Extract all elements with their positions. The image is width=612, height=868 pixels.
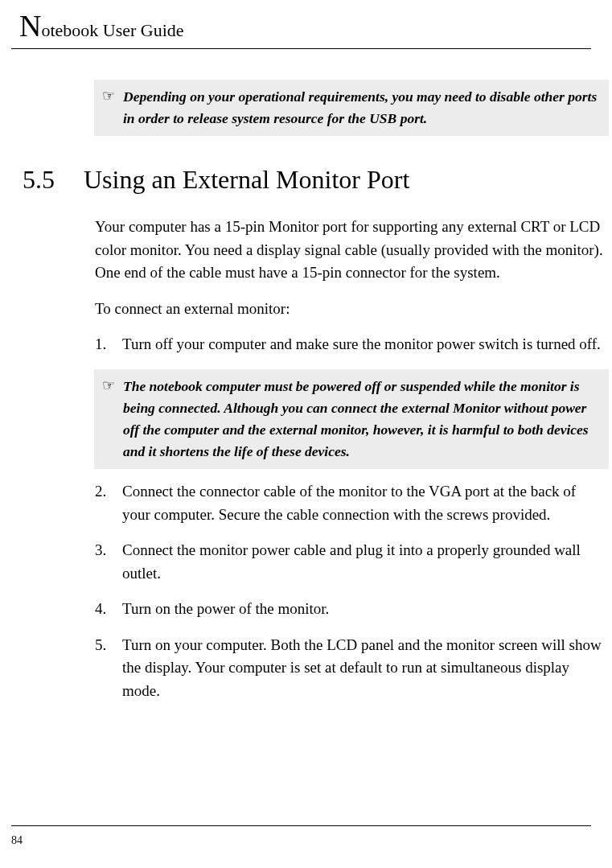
step-4: 4. Turn on the power of the monitor. <box>95 598 606 621</box>
section-title: Using an External Monitor Port <box>84 165 409 195</box>
note-text-usb: Depending on your operational requiremen… <box>123 86 602 130</box>
step-3: 3. Connect the monitor power cable and p… <box>95 539 606 585</box>
step-marker: 2. <box>95 480 122 526</box>
lead-in-paragraph: To connect an external monitor: <box>95 298 606 321</box>
step-5: 5. Turn on your computer. Both the LCD p… <box>95 634 606 703</box>
intro-paragraph: Your computer has a 15-pin Monitor port … <box>95 216 606 285</box>
step-marker: 1. <box>95 333 122 356</box>
section-number: 5.5 <box>18 165 84 195</box>
step-text: Turn on your computer. Both the LCD pane… <box>122 634 606 703</box>
note-box-monitor: ☞ The notebook computer must be powered … <box>94 369 609 470</box>
page-content: ☞ Depending on your operational requirem… <box>95 80 612 702</box>
step-marker: 3. <box>95 539 122 585</box>
header-dropcap: N <box>19 9 41 43</box>
header-rest: otebook User Guide <box>41 20 183 40</box>
page-number: 84 <box>11 834 23 846</box>
step-text: Connect the connector cable of the monit… <box>122 480 606 526</box>
page-footer: 84 <box>11 825 591 847</box>
step-text: Turn off your computer and make sure the… <box>122 333 601 356</box>
note-text-monitor: The notebook computer must be powered of… <box>123 376 604 463</box>
step-1: 1. Turn off your computer and make sure … <box>95 333 606 356</box>
step-2: 2. Connect the connector cable of the mo… <box>95 480 606 526</box>
step-marker: 5. <box>95 634 122 703</box>
step-text: Connect the monitor power cable and plug… <box>122 539 606 585</box>
step-marker: 4. <box>95 598 122 621</box>
running-header: Notebook User Guide <box>11 8 591 49</box>
pointing-hand-icon: ☞ <box>101 376 123 463</box>
step-text: Turn on the power of the monitor. <box>122 598 329 621</box>
pointing-hand-icon: ☞ <box>101 86 123 130</box>
section-heading: 5.5 Using an External Monitor Port <box>18 165 593 195</box>
note-box-usb: ☞ Depending on your operational requirem… <box>94 80 609 136</box>
